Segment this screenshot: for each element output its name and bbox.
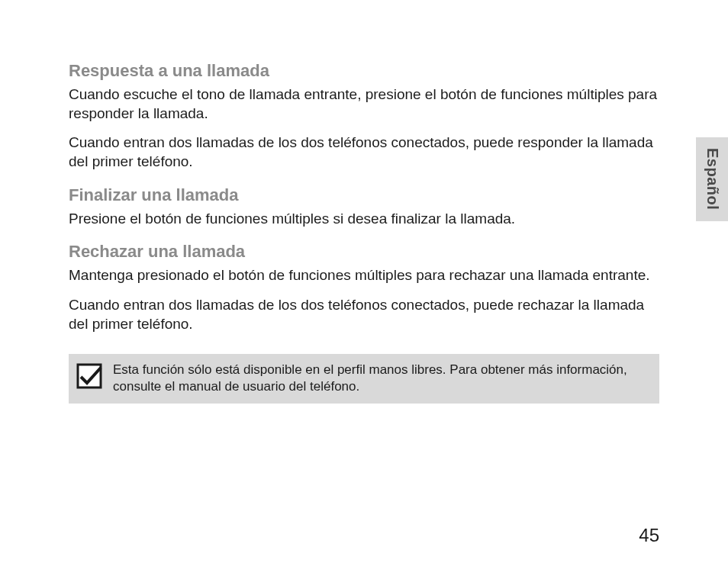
page-number: 45 (639, 525, 659, 546)
paragraph: Presione el botón de funciones múltiples… (69, 210, 659, 229)
svg-rect-0 (78, 365, 101, 388)
paragraph: Cuando escuche el tono de llamada entran… (69, 85, 659, 123)
language-tab-label: Español (704, 148, 721, 210)
manual-page: Español Respuesta a una llamada Cuando e… (0, 0, 728, 566)
heading-reject-call: Rechazar una llamada (69, 242, 659, 262)
paragraph: Mantenga presionado el botón de funcione… (69, 266, 659, 285)
note-text: Esta función sólo está disponible en el … (113, 362, 649, 397)
paragraph: Cuando entran dos llamadas de los dos te… (69, 133, 659, 171)
language-tab: Español (696, 137, 728, 221)
paragraph: Cuando entran dos llamadas de los dos te… (69, 296, 659, 333)
heading-answer-call: Respuesta a una llamada (69, 61, 659, 81)
check-icon (76, 363, 102, 389)
heading-end-call: Finalizar una llamada (69, 185, 659, 205)
note-box: Esta función sólo está disponible en el … (69, 354, 659, 404)
